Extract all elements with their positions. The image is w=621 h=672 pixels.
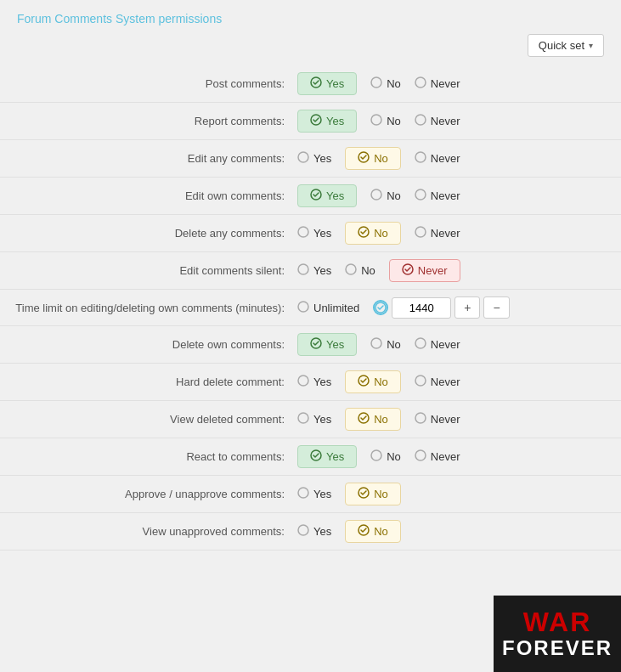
radio-icon — [297, 151, 309, 166]
selected-no-button-view-deleted-comment[interactable]: No — [345, 408, 401, 431]
radio-option-no-edit-comments-silent[interactable]: No — [345, 263, 375, 278]
numeric-input[interactable] — [392, 297, 451, 319]
radio-icon — [415, 76, 426, 91]
svg-point-16 — [346, 264, 356, 274]
svg-point-14 — [415, 227, 426, 237]
perm-row-delete-own-comments: Delete own comments:YesNoNever — [0, 326, 621, 364]
radio-label: No — [387, 338, 401, 351]
permissions-list: Post comments:YesNoNeverReport comments:… — [0, 65, 621, 551]
radio-option-no-report-comments[interactable]: No — [370, 114, 401, 128]
radio-option-never-delete-own-comments[interactable]: Never — [415, 337, 460, 352]
radio-option-no-delete-own-comments[interactable]: No — [370, 337, 401, 352]
svg-point-21 — [371, 338, 381, 348]
radio-icon — [370, 337, 382, 352]
selected-no-button-approve-unapprove-comments[interactable]: No — [345, 483, 401, 505]
radio-icon — [297, 375, 309, 389]
svg-point-10 — [371, 189, 381, 200]
option-label: No — [374, 152, 388, 165]
selected-yes-button-post-comments[interactable]: Yes — [297, 72, 357, 95]
radio-option-yes-edit-any-comments[interactable]: Yes — [297, 151, 331, 166]
quick-set-button[interactable]: Quick set ▾ — [528, 34, 604, 57]
selected-no-button-delete-any-comments[interactable]: No — [345, 222, 401, 245]
perm-options-approve-unapprove-comments: YesNo — [297, 483, 621, 505]
option-label: No — [374, 376, 388, 388]
radio-option-yes-view-unapproved-comments[interactable]: Yes — [297, 524, 331, 539]
radio-label: No — [387, 450, 401, 463]
perm-options-edit-comments-silent: YesNoNever — [297, 259, 621, 282]
selected-no-button-view-unapproved-comments[interactable]: No — [345, 520, 401, 543]
selected-no-button-edit-any-comments[interactable]: No — [345, 147, 401, 170]
radio-option-never-report-comments[interactable]: Never — [415, 114, 460, 128]
radio-option-never-view-deleted-comment[interactable]: Never — [415, 412, 460, 426]
perm-options-edit-own-comments: YesNoNever — [297, 184, 621, 207]
check-icon — [358, 151, 370, 166]
radio-label: Yes — [313, 488, 331, 500]
perm-row-edit-own-comments: Edit own comments:YesNoNever — [0, 178, 621, 215]
radio-option-never-edit-own-comments[interactable]: Never — [415, 189, 460, 203]
selected-yes-button-edit-own-comments[interactable]: Yes — [297, 184, 357, 207]
radio-option-yes-view-deleted-comment[interactable]: Yes — [297, 412, 331, 426]
perm-label-time-limit: Time limit on editing/deleting own comme… — [0, 302, 297, 314]
check-icon — [358, 487, 370, 501]
radio-option-no-post-comments[interactable]: No — [370, 76, 401, 91]
option-label: Yes — [326, 77, 344, 90]
svg-point-32 — [298, 488, 308, 498]
perm-label-delete-own-comments: Delete own comments: — [0, 338, 297, 351]
radio-icon — [297, 263, 309, 278]
selected-never-button-edit-comments-silent[interactable]: Never — [389, 259, 460, 282]
perm-options-delete-any-comments: YesNoNever — [297, 222, 621, 245]
radio-label: Never — [431, 376, 460, 388]
perm-options-post-comments: YesNoNever — [297, 72, 621, 95]
perm-row-react-to-comments: React to comments:YesNoNever — [0, 438, 621, 476]
numeric-check-icon[interactable] — [373, 300, 388, 315]
watermark-forever: FOREVER — [502, 637, 613, 659]
perm-row-report-comments: Report comments:YesNoNever — [0, 103, 621, 140]
radio-label: No — [361, 264, 375, 277]
radio-option-yes-approve-unapprove-comments[interactable]: Yes — [297, 487, 331, 501]
radio-option-no-edit-own-comments[interactable]: No — [370, 189, 401, 203]
radio-option-no-react-to-comments[interactable]: No — [370, 449, 401, 464]
svg-point-22 — [415, 338, 426, 348]
radio-option-never-hard-delete-comment[interactable]: Never — [415, 375, 460, 389]
radio-option-never-edit-any-comments[interactable]: Never — [415, 151, 460, 166]
unlimited-label: Unlimited — [313, 302, 359, 314]
radio-option-yes-hard-delete-comment[interactable]: Yes — [297, 375, 331, 389]
radio-option-never-post-comments[interactable]: Never — [415, 76, 460, 91]
radio-label: Yes — [313, 413, 331, 426]
radio-option-never-react-to-comments[interactable]: Never — [415, 449, 460, 464]
radio-icon — [370, 189, 382, 203]
radio-label: Never — [431, 77, 460, 90]
selected-yes-button-react-to-comments[interactable]: Yes — [297, 445, 357, 468]
selected-yes-button-report-comments[interactable]: Yes — [297, 110, 357, 133]
perm-label-edit-own-comments: Edit own comments: — [0, 189, 297, 202]
numeric-minus-button[interactable]: − — [483, 296, 509, 319]
radio-label: No — [387, 77, 401, 90]
selected-no-button-hard-delete-comment[interactable]: No — [345, 370, 401, 393]
selected-yes-button-delete-own-comments[interactable]: Yes — [297, 333, 357, 356]
perm-label-view-deleted-comment: View deleted comment: — [0, 413, 297, 426]
unlimited-option[interactable]: Unlimited — [297, 301, 359, 315]
perm-options-edit-any-comments: YesNoNever — [297, 147, 621, 170]
check-icon — [310, 449, 322, 464]
svg-point-26 — [298, 413, 308, 423]
perm-options-delete-own-comments: YesNoNever — [297, 333, 621, 356]
radio-label: Never — [431, 450, 460, 463]
radio-icon — [415, 449, 426, 464]
radio-option-yes-edit-comments-silent[interactable]: Yes — [297, 263, 331, 278]
radio-option-never-delete-any-comments[interactable]: Never — [415, 226, 460, 240]
radio-option-yes-delete-any-comments[interactable]: Yes — [297, 226, 331, 240]
perm-label-approve-unapprove-comments: Approve / unapprove comments: — [0, 488, 297, 500]
radio-label: Never — [431, 338, 460, 351]
perm-label-hard-delete-comment: Hard delete comment: — [0, 376, 297, 388]
radio-icon — [297, 487, 309, 501]
page-title: Forum Comments System permissions — [0, 0, 621, 34]
perm-row-view-unapproved-comments: View unapproved comments:YesNo — [0, 513, 621, 551]
radio-label: Yes — [313, 227, 331, 240]
radio-label: Never — [431, 115, 460, 127]
svg-point-25 — [415, 376, 426, 386]
svg-point-5 — [415, 115, 426, 125]
perm-label-delete-any-comments: Delete any comments: — [0, 227, 297, 240]
radio-icon — [415, 114, 426, 128]
numeric-plus-button[interactable]: + — [454, 296, 480, 319]
perm-label-edit-any-comments: Edit any comments: — [0, 152, 297, 165]
